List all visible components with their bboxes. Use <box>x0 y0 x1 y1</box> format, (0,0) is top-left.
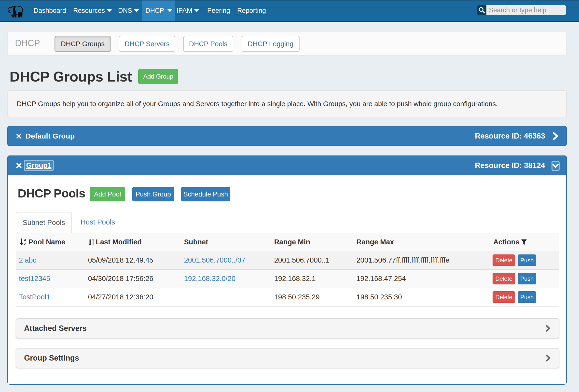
svg-text:A: A <box>24 238 26 242</box>
svg-text:Z: Z <box>24 242 26 246</box>
